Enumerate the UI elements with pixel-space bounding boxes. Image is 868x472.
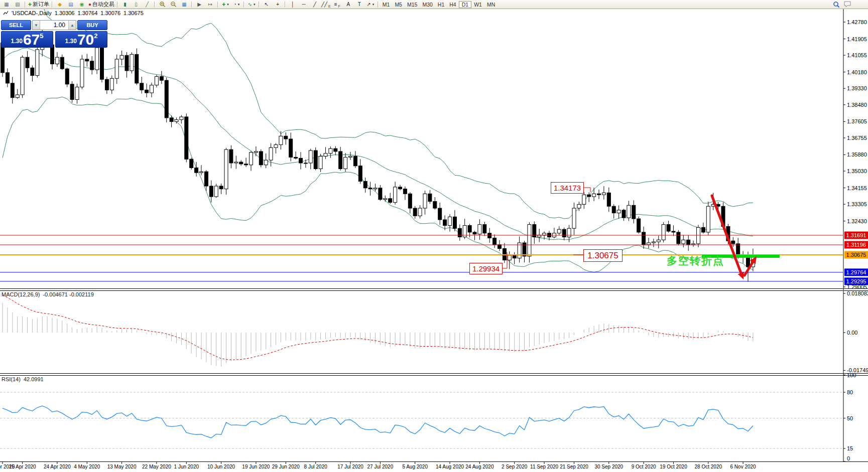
chat-icon <box>844 1 851 8</box>
market-watch-icon: ◆ <box>58 2 62 7</box>
timeframe-M5[interactable]: M5 <box>392 1 405 8</box>
market-watch-button[interactable]: ◆ <box>54 1 65 8</box>
buy-button[interactable]: BUY <box>77 20 107 30</box>
new-order-button[interactable]: +新订单 <box>27 1 50 8</box>
equidistant-channel-button[interactable]: ╱╱E <box>320 1 332 8</box>
trendline-button[interactable]: ╱ <box>309 1 320 8</box>
periods-icon: ◔ <box>233 2 236 7</box>
zoom-in-button[interactable] <box>157 1 168 8</box>
timeframe-MN[interactable]: MN <box>484 1 498 8</box>
price-label-box[interactable]: 1.29934 <box>469 263 503 274</box>
price-label-box[interactable]: 1.30675 <box>583 249 623 262</box>
candlestick-chart-button[interactable]: ▯ <box>131 1 142 8</box>
data-window-button[interactable]: ▤ <box>65 1 76 8</box>
periods-button[interactable]: ◔▾ <box>231 1 242 8</box>
indicators-button[interactable]: +▾ <box>220 1 231 8</box>
chart-shift-button[interactable]: ↦ <box>205 1 216 8</box>
svg-text:2 Sep 2020: 2 Sep 2020 <box>502 464 528 469</box>
rsi-line[interactable] <box>3 406 753 438</box>
vertical-line-icon: │ <box>291 2 294 7</box>
indicators-icon-caret: ▾ <box>227 3 229 7</box>
volume-increase-button[interactable]: ▲ <box>68 21 76 30</box>
svg-text:21 Sep 2020: 21 Sep 2020 <box>560 464 588 469</box>
svg-text:1.40180: 1.40180 <box>847 69 867 75</box>
text-button[interactable]: A <box>343 1 354 8</box>
symbol-info: 'USDCAD-,Daily 1.30306 1.30764 1.30076 1… <box>3 10 144 16</box>
text-label-button[interactable]: T <box>354 1 365 8</box>
svg-text:19 Jun 2020: 19 Jun 2020 <box>242 464 270 469</box>
sell-button[interactable]: SELL <box>1 20 31 30</box>
rsi-value: 42.0991 <box>24 376 44 382</box>
timeframe-M30[interactable]: M30 <box>420 1 435 8</box>
svg-text:1.41905: 1.41905 <box>847 36 867 42</box>
timeframe-M15[interactable]: M15 <box>405 1 420 8</box>
rsi-pane <box>0 392 843 448</box>
bollinger-upper[interactable] <box>3 0 753 219</box>
bid-price-display[interactable]: 1.30 67 5 <box>1 31 53 48</box>
timeframe-D1[interactable]: D1 <box>459 1 471 8</box>
price-badge-1.29295: 1.29295 <box>844 277 868 285</box>
indicators-icon: + <box>222 1 225 8</box>
chart-shift-icon: ↦ <box>208 2 212 7</box>
timeframe-M1[interactable]: M1 <box>380 1 393 8</box>
price-label-box[interactable]: 1.34173 <box>551 182 584 194</box>
bollinger-lower[interactable] <box>3 97 753 272</box>
ask-price-display[interactable]: 1.30 70 2 <box>55 31 107 48</box>
chinese-annotation[interactable]: 多空转折点 <box>667 254 724 268</box>
toolbar-separator <box>52 2 53 8</box>
svg-text:9 Oct 2020: 9 Oct 2020 <box>632 464 656 469</box>
vertical-line-button[interactable]: │ <box>287 1 298 8</box>
tile-windows-icon: ▦ <box>182 2 186 7</box>
svg-text:50: 50 <box>847 415 853 421</box>
line-chart-button[interactable]: ╱ <box>142 1 153 8</box>
svg-text:24 Aug 2020: 24 Aug 2020 <box>465 464 494 469</box>
macd-signal-line[interactable] <box>3 295 753 360</box>
price-label-tail-1 <box>583 188 590 192</box>
navigator-button[interactable]: ◉ <box>76 1 87 8</box>
fibonacci-button[interactable]: ≡F <box>332 1 343 8</box>
cursor-button[interactable]: ↖ <box>261 1 272 8</box>
svg-text:1.41055: 1.41055 <box>847 52 867 58</box>
svg-text:1.31691: 1.31691 <box>846 232 866 238</box>
volume-input[interactable]: 1.00 <box>40 21 68 30</box>
volume-decrease-button[interactable]: ▼ <box>33 21 40 30</box>
auto-scroll-button[interactable]: ▶ <box>194 1 205 8</box>
autotrade-button[interactable]: ●自动交易 <box>87 1 115 8</box>
svg-text:1.29764: 1.29764 <box>846 269 866 275</box>
price-badge-1.29764: 1.29764 <box>844 268 868 276</box>
horizontal-line-button[interactable]: ─ <box>298 1 309 8</box>
ask-pip-digit: 2 <box>94 32 97 40</box>
equidistant-channel-icon-sub: E <box>328 5 331 8</box>
candlestick-chart-icon: ▯ <box>135 2 138 7</box>
svg-text:1.30675: 1.30675 <box>846 252 866 258</box>
template-button[interactable]: ∿▾ <box>246 1 257 8</box>
ask-prefix: 1.30 <box>65 38 77 45</box>
timeframe-H1[interactable]: H1 <box>435 1 447 8</box>
svg-text:0.018083: 0.018083 <box>847 290 868 296</box>
rsi-name: RSI(14) <box>2 376 21 382</box>
timeframe-H4[interactable]: H4 <box>447 1 458 8</box>
svg-text:27 Jul 2020: 27 Jul 2020 <box>367 464 394 469</box>
rsi-indicator-label: RSI(14) 42.0991 <box>2 376 44 382</box>
tile-windows-button[interactable]: ▦ <box>179 1 190 8</box>
arrows-button[interactable]: ↗▾ <box>365 1 376 8</box>
new-chart-button[interactable]: ▦ <box>1 1 12 8</box>
svg-text:0.00: 0.00 <box>847 330 857 336</box>
svg-text:10 Jun 2020: 10 Jun 2020 <box>207 464 235 469</box>
one-click-trade-panel: SELL ▼ 1.00 ▲ BUY 1.30 67 5 1.30 70 2 <box>1 20 107 48</box>
svg-text:15: 15 <box>847 445 853 451</box>
svg-text:29 Jun 2020: 29 Jun 2020 <box>272 464 300 469</box>
toolbar-search-button[interactable] <box>831 1 842 8</box>
bid-pip-digit: 5 <box>40 32 43 40</box>
profiles-button[interactable]: ▧ <box>12 1 23 8</box>
new-chart-icon: ▦ <box>4 2 9 7</box>
zoom-out-button[interactable] <box>168 1 179 8</box>
svg-text:30 Sep 2020: 30 Sep 2020 <box>594 464 623 469</box>
bar-chart-button[interactable]: ▮ <box>119 1 131 8</box>
line-chart-icon: ╱ <box>146 2 149 7</box>
timeframe-W1[interactable]: W1 <box>471 1 484 8</box>
toolbar-chat-button[interactable] <box>842 1 853 8</box>
crosshair-button[interactable]: + <box>272 1 283 8</box>
volume-stepper: ▼ 1.00 ▲ <box>32 20 76 30</box>
svg-text:14 Aug 2020: 14 Aug 2020 <box>436 464 464 469</box>
